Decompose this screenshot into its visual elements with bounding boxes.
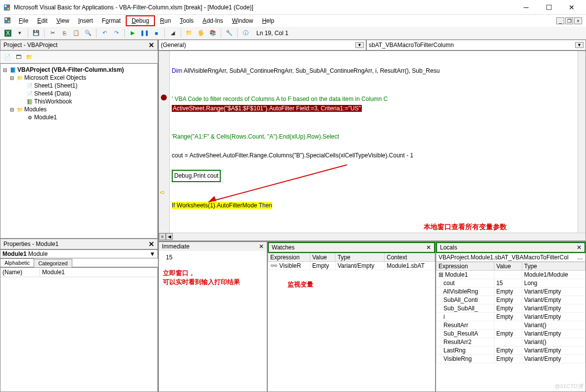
prop-name-value[interactable]: Module1 [40, 268, 67, 277]
mdi-close-button[interactable]: × [574, 17, 582, 24]
menu-file[interactable]: File [15, 16, 32, 25]
watches-body[interactable]: Expression Value Type Context 👓 VisibleR… [268, 253, 435, 392]
table-row[interactable]: ⊞ Module1Module1/Module [437, 271, 586, 279]
chevron-down-icon[interactable]: ▼ [575, 42, 584, 48]
table-row[interactable]: VisibleRngEmptyVariant/Empty [437, 355, 586, 363]
tree-module1[interactable]: Module1 [34, 114, 57, 121]
run-icon[interactable]: ▶ [128, 28, 138, 38]
full-module-view-button[interactable]: ◀ [166, 233, 173, 240]
menu-edit[interactable]: Edit [33, 16, 51, 25]
menu-help[interactable]: Help [258, 16, 278, 25]
properties-object-combo[interactable]: Module1 Module ▼ [0, 249, 158, 258]
menu-tools[interactable]: Tools [176, 16, 197, 25]
table-row[interactable]: cout15Long [437, 279, 586, 288]
code-content[interactable]: Dim Dim AllVisibleRngArr, SubAll_Continu… [172, 57, 440, 220]
project-pane-close-button[interactable]: ✕ [148, 41, 154, 49]
copy-icon[interactable]: ⎘ [59, 28, 69, 38]
table-row[interactable]: iEmptyVariant/Empty [437, 313, 586, 321]
menu-run[interactable]: Run [156, 16, 175, 25]
collapse-icon[interactable]: ⊟ [8, 74, 15, 81]
project-tree[interactable]: ⊟📘VBAProject (VBA-Filter-Column.xlsm) ⊟📁… [0, 63, 158, 239]
tree-thisworkbook[interactable]: ThisWorkbook [34, 98, 72, 105]
view-code-icon[interactable]: 📄 [2, 52, 12, 62]
view-object-icon[interactable]: 🗔 [13, 52, 23, 62]
chevron-down-icon[interactable]: ▼ [355, 42, 364, 48]
code-scrollbar-horizontal[interactable]: ≡ ◀ [159, 233, 586, 241]
menu-addins[interactable]: Add-Ins [198, 16, 227, 25]
watches-table[interactable]: Expression Value Type Context 👓 VisibleR… [268, 253, 435, 270]
locals-context-button[interactable]: … [577, 254, 583, 261]
tree-excel-objects[interactable]: Microsoft Excel Objects [24, 74, 86, 81]
code-gutter[interactable] [159, 51, 170, 241]
minimize-button[interactable]: ─ [515, 0, 537, 15]
object-browser-icon[interactable]: 📚 [208, 28, 218, 38]
undo-icon[interactable]: ↶ [99, 28, 109, 38]
tree-root[interactable]: VBAProject (VBA-Filter-Column.xlsm) [17, 66, 124, 73]
locals-table[interactable]: Expression Value Type ⊞ Module1Module1/M… [436, 262, 586, 363]
watches-close-button[interactable]: ✕ [426, 244, 431, 251]
menu-format[interactable]: Format [98, 16, 125, 25]
properties-grid[interactable]: (Name) Module1 [0, 267, 158, 392]
locals-close-button[interactable]: ✕ [577, 244, 582, 251]
locals-col-val[interactable]: Value [494, 262, 522, 271]
table-row[interactable]: ResultArrVariant() [437, 321, 586, 330]
project-explorer-icon[interactable]: 📁 [184, 28, 194, 38]
paste-icon[interactable]: 📋 [71, 28, 81, 38]
collapse-icon[interactable]: ⊟ [1, 66, 8, 73]
tab-categorized[interactable]: Categorized [34, 259, 72, 267]
menu-view[interactable]: View [52, 16, 73, 25]
immediate-close-button[interactable]: ✕ [259, 243, 264, 250]
view-excel-icon[interactable]: X [3, 28, 13, 38]
properties-pane-close-button[interactable]: ✕ [148, 240, 154, 248]
code-editor[interactable]: ➪ Dim Dim AllVisibleRngArr, SubAll_Conti… [158, 50, 586, 241]
locals-col-type[interactable]: Type [522, 262, 585, 271]
immediate-body[interactable]: 15 立即窗口， 可以实时看到输入打印结果 [159, 251, 267, 392]
properties-icon[interactable]: 🖐 [196, 28, 206, 38]
procedure-combo[interactable]: sbAT_VBAMacroToFilterColumn ▼ [366, 40, 586, 50]
toggle-folders-icon[interactable]: 📁 [24, 52, 34, 62]
help-icon[interactable]: ⓘ [241, 28, 250, 38]
toolbox-icon[interactable]: 🔧 [224, 28, 234, 38]
table-row[interactable]: ResultArr2Variant() [437, 338, 586, 346]
break-icon[interactable]: ❚❚ [140, 28, 149, 38]
maximize-button[interactable]: ☐ [537, 0, 560, 15]
table-row[interactable]: SubAll_ContiEmptyVariant/Empty [437, 296, 586, 304]
menu-debug[interactable]: Debug [126, 15, 155, 26]
table-row[interactable]: Sub_SubAll_EmptyVariant/Empty [437, 304, 586, 313]
watches-col-val[interactable]: Value [310, 253, 335, 262]
save-icon[interactable]: 💾 [31, 28, 41, 38]
find-icon[interactable]: 🔍 [83, 28, 93, 38]
table-row[interactable]: 👓 VisibleR Empty Variant/Empty Module1.s… [268, 262, 435, 270]
mdi-restore-button[interactable]: ❐ [565, 17, 573, 24]
close-button[interactable]: ✕ [560, 0, 583, 15]
watches-col-expr[interactable]: Expression [268, 253, 310, 262]
tab-alphabetic[interactable]: Alphabetic [0, 258, 34, 267]
procedure-view-button[interactable]: ≡ [159, 233, 166, 240]
chevron-down-icon[interactable]: ▼ [149, 250, 155, 257]
breakpoint-icon[interactable] [161, 95, 167, 100]
table-row[interactable]: AllVisibleRngEmptyVariant/Empty [437, 288, 586, 296]
locals-col-expr[interactable]: Expression [437, 262, 494, 271]
cut-icon[interactable]: ✂ [48, 28, 57, 38]
tree-modules[interactable]: Modules [24, 106, 47, 113]
tree-sheet1[interactable]: Sheet1 (Sheet1) [34, 82, 77, 89]
menu-window[interactable]: Window [228, 16, 257, 25]
locals-context-combo[interactable]: VBAProject.Module1.sbAT_VBAMacroToFilter… [436, 253, 586, 262]
design-mode-icon[interactable]: ◢ [168, 28, 178, 38]
menubar: File Edit View Insert Format Debug Run T… [0, 15, 586, 27]
watches-col-type[interactable]: Type [335, 253, 384, 262]
menu-insert[interactable]: Insert [74, 16, 97, 25]
collapse-icon[interactable]: ⊟ [8, 106, 15, 113]
reset-icon[interactable]: ■ [151, 28, 161, 38]
table-row[interactable]: LastRngEmptyVariant/Empty [437, 346, 586, 355]
redo-icon[interactable]: ↷ [111, 28, 121, 38]
locals-body[interactable]: Expression Value Type ⊞ Module1Module1/M… [436, 262, 586, 392]
code-scrollbar-vertical[interactable] [578, 51, 586, 241]
object-combo[interactable]: (General) ▼ [158, 40, 366, 50]
immediate-note2: 可以实时看到输入打印结果 [163, 278, 263, 287]
mdi-minimize-button[interactable]: _ [556, 17, 564, 24]
watches-col-ctx[interactable]: Context [385, 253, 435, 262]
insert-dropdown-icon[interactable]: ▾ [15, 28, 25, 38]
table-row[interactable]: Sub_ResultAEmptyVariant/Empty [437, 330, 586, 338]
tree-sheet4[interactable]: Sheet4 (Data) [34, 90, 71, 97]
